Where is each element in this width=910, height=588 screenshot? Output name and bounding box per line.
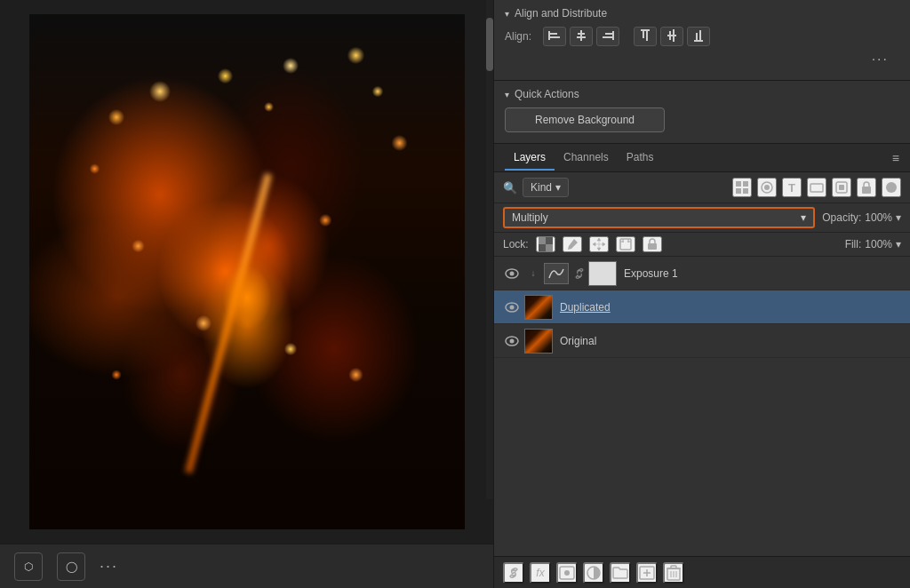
lock-row: Lock: (494, 233, 910, 257)
layer-visibility-exposure[interactable] (503, 265, 521, 282)
new-layer-button[interactable] (636, 562, 658, 584)
svg-rect-14 (673, 29, 675, 42)
quick-actions-chevron[interactable]: ▾ (505, 90, 509, 99)
opacity-arrow[interactable]: ▾ (896, 211, 901, 224)
remove-background-button[interactable]: Remove Background (505, 107, 665, 132)
filter-kind-dropdown[interactable]: Kind ▾ (523, 178, 569, 197)
svg-rect-19 (743, 181, 748, 187)
blend-mode-arrow: ▾ (801, 211, 806, 224)
opacity-value[interactable]: 100% (865, 211, 892, 224)
vertical-scrollbar[interactable] (486, 0, 493, 499)
svg-point-43 (564, 570, 570, 576)
svg-rect-0 (548, 31, 550, 40)
svg-rect-33 (620, 239, 631, 250)
align-row: Align: (505, 27, 899, 46)
svg-rect-2 (550, 36, 560, 38)
filter-kind-arrow: ▾ (555, 181, 561, 194)
align-more-button[interactable]: ··· (865, 50, 896, 69)
lock-image-pixels-button[interactable] (563, 236, 582, 252)
lock-label: Lock: (503, 238, 529, 250)
svg-rect-12 (667, 35, 676, 36)
svg-rect-5 (577, 36, 586, 38)
layers-tabs-bar: Layers Channels Paths ≡ (494, 144, 910, 172)
svg-rect-29 (539, 237, 546, 244)
filter-pixel-button[interactable] (732, 178, 752, 197)
svg-rect-1 (550, 33, 557, 35)
layer-effects-button[interactable]: fx (530, 562, 551, 584)
lock-artboard-button[interactable] (616, 236, 635, 252)
svg-rect-21 (743, 188, 748, 194)
filter-smart-object-button[interactable] (832, 178, 851, 197)
filter-search-icon: 🔍 (503, 181, 517, 195)
align-distribute-chevron[interactable]: ▾ (505, 9, 509, 19)
align-left-button[interactable] (543, 27, 566, 46)
new-adjustment-button[interactable] (583, 562, 604, 584)
fill-arrow[interactable]: ▾ (896, 238, 901, 250)
layer-visibility-duplicated[interactable] (503, 298, 521, 316)
filter-adjustment-button[interactable] (757, 178, 777, 197)
layer-item-exposure[interactable]: ↓ Exposure 1 (494, 257, 910, 290)
filter-visible-button[interactable] (882, 178, 901, 197)
canvas-bottom-bar: ⬡ ◯ ··· (0, 544, 493, 588)
filter-text-button[interactable]: T (782, 178, 802, 197)
circle-tool-button[interactable]: ◯ (57, 552, 85, 581)
layer-item-original[interactable]: Original (494, 324, 910, 358)
tab-paths[interactable]: Paths (618, 146, 663, 171)
more-tools-button[interactable]: ··· (100, 557, 118, 576)
canvas-viewport (0, 0, 493, 544)
fill-control: Fill: 100% ▾ (845, 238, 901, 250)
svg-rect-32 (539, 244, 546, 251)
layers-panel: Layers Channels Paths ≡ 🔍 Kind ▾ (494, 144, 910, 588)
svg-rect-3 (580, 30, 582, 41)
layer-name-original: Original (560, 335, 596, 347)
align-top-button[interactable] (634, 27, 657, 46)
opacity-control: Opacity: 100% ▾ (822, 211, 901, 224)
quick-actions-title: Quick Actions (515, 88, 579, 100)
svg-rect-7 (605, 33, 612, 35)
layer-name-exposure: Exposure 1 (624, 267, 678, 280)
tab-channels[interactable]: Channels (555, 146, 618, 171)
layers-panel-menu-icon[interactable]: ≡ (892, 151, 899, 165)
align-bottom-button[interactable] (687, 27, 710, 46)
fill-value[interactable]: 100% (865, 238, 892, 250)
align-bottom-icon (693, 29, 704, 44)
lock-all-button[interactable] (643, 236, 662, 252)
layer-chain-exposure (572, 266, 587, 281)
layers-filter-row: 🔍 Kind ▾ T (494, 172, 910, 203)
layers-bottom-bar: fx (494, 556, 910, 588)
svg-rect-50 (671, 566, 676, 568)
delete-layer-button[interactable] (663, 562, 684, 584)
add-mask-button[interactable] (556, 562, 578, 584)
blend-mode-value: Multiply (512, 211, 548, 224)
link-layers-button[interactable] (503, 562, 524, 584)
crop-tool-button[interactable]: ⬡ (14, 552, 43, 581)
blend-mode-dropdown[interactable]: Multiply ▾ (503, 207, 815, 228)
filter-lock-button[interactable] (857, 178, 876, 197)
opacity-label: Opacity: (822, 211, 861, 224)
align-distribute-title: Align and Distribute (515, 7, 607, 20)
tab-layers[interactable]: Layers (505, 146, 555, 171)
layer-thumbnail-duplicated (524, 295, 553, 320)
svg-rect-16 (696, 33, 698, 40)
align-right-button[interactable] (596, 27, 619, 46)
svg-rect-26 (839, 185, 844, 190)
svg-point-40 (510, 338, 515, 343)
align-distribute-section: ▾ Align and Distribute Align: (494, 0, 910, 81)
svg-rect-4 (578, 33, 585, 35)
svg-rect-13 (669, 31, 671, 40)
blend-mode-row: Multiply ▾ Opacity: 100% ▾ (494, 203, 910, 233)
svg-rect-18 (736, 181, 741, 187)
canvas-image-background (29, 14, 465, 529)
align-left-icon (548, 30, 561, 44)
layer-item-duplicated[interactable]: Duplicated (494, 290, 910, 324)
canvas-image (29, 14, 465, 529)
align-center-h-button[interactable] (570, 27, 593, 46)
align-middle-v-button[interactable] (660, 27, 683, 46)
lock-transparent-pixels-button[interactable] (536, 236, 555, 252)
lock-position-button[interactable] (589, 236, 609, 252)
layer-visibility-original[interactable] (503, 332, 521, 350)
align-label: Align: (505, 30, 536, 43)
svg-rect-11 (646, 31, 648, 41)
filter-shape-button[interactable] (807, 178, 826, 197)
group-layers-button[interactable] (610, 562, 631, 584)
